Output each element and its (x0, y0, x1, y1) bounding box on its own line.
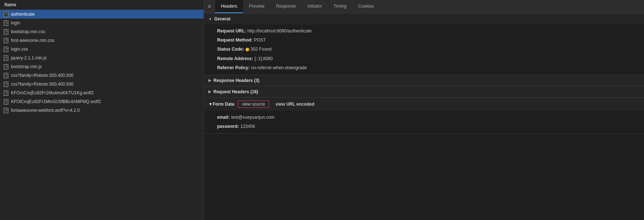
file-item[interactable]: KFOmCnqEu92Fr1Mu4mxKKTU1Kg.woff2 (0, 89, 204, 97)
general-field-value: 302 Found (246, 46, 271, 53)
file-item[interactable]: login.css (0, 45, 204, 54)
general-section-content: Request URL:http://localhost:8080/authen… (204, 24, 644, 75)
response-headers-section-header[interactable]: ▶ Response Headers (3) (204, 75, 644, 86)
devtools-container: Name authenticateloginbootstrap.min.cssf… (0, 0, 644, 220)
file-item[interactable]: css?family=Roboto:300,400,500 (0, 80, 204, 89)
general-field-row: Remote Address:[::1]:8080 (213, 54, 644, 63)
file-doc-icon (3, 72, 9, 78)
form-data-field-row: password:123456 (213, 122, 644, 131)
form-data-field-label: password: (217, 123, 239, 130)
view-url-encoded-button[interactable]: view URL encoded (272, 101, 318, 107)
file-item[interactable]: font-awesome.min.css (0, 36, 204, 45)
form-data-title: Form Data (213, 102, 234, 107)
form-data-content: email:test@xueyuanjun.compassword:123456 (204, 111, 644, 133)
file-item-label: KFOlCnqEu92Fr1MmSU5fBBc4AMP6lQ.woff2 (11, 99, 101, 104)
request-headers-section: ▶ Request Headers (18) (204, 86, 644, 98)
general-field-value: POST (254, 37, 266, 44)
file-item-label: css?family=Roboto:300,400,500 (11, 73, 74, 78)
response-headers-arrow-icon: ▶ (208, 78, 211, 82)
general-field-row: Status Code:302 Found (213, 45, 644, 54)
file-item[interactable]: jquery-2.1.1.min.js (0, 54, 204, 62)
file-item[interactable]: css?family=Roboto:300,400,500 (0, 71, 204, 80)
general-field-label: Status Code: (217, 46, 244, 53)
file-doc-icon (3, 81, 9, 87)
general-section-header[interactable]: ▼ General (204, 13, 644, 24)
file-doc-icon (3, 55, 9, 61)
general-field-value: [::1]:8080 (255, 55, 273, 62)
general-field-label: Remote Address: (217, 55, 253, 62)
general-section: ▼ General Request URL:http://localhost:8… (204, 13, 644, 75)
file-item-label: font-awesome.min.css (11, 38, 54, 43)
left-panel: Name authenticateloginbootstrap.min.cssf… (0, 0, 204, 220)
general-field-label: Request Method: (217, 37, 252, 44)
file-item-label: fontawesome-webfont.woff?v=4.2.0 (11, 108, 80, 113)
form-data-actions: view source view URL encoded (238, 101, 318, 108)
file-item-label: bootstrap.min.css (11, 29, 45, 34)
file-item-label: login.css (11, 47, 28, 52)
form-data-field-label: email: (217, 114, 230, 121)
form-data-field-value: test@xueyuanjun.com (231, 114, 275, 121)
file-list: authenticateloginbootstrap.min.cssfont-a… (0, 10, 204, 220)
general-field-value: http://localhost:8080/authenticate (247, 28, 311, 35)
general-field-row: Referrer Policy:no-referrer-when-downgra… (213, 63, 644, 72)
name-header: Name (0, 0, 204, 10)
request-headers-arrow-icon: ▶ (208, 90, 211, 94)
general-field-label: Referrer Policy: (217, 64, 250, 71)
file-doc-icon (3, 64, 9, 70)
file-doc-icon (3, 46, 9, 52)
general-field-label: Request URL: (217, 28, 246, 35)
request-headers-section-header[interactable]: ▶ Request Headers (18) (204, 86, 644, 97)
file-item[interactable]: login (0, 19, 204, 27)
form-data-section: ▼ Form Data view source view URL encoded… (204, 98, 644, 134)
file-doc-icon (3, 11, 9, 17)
tab-initiator[interactable]: Initiator (302, 0, 327, 13)
general-field-value: no-referrer-when-downgrade (251, 64, 307, 71)
tab-cookies[interactable]: Cookies (352, 0, 380, 13)
file-doc-icon (3, 29, 9, 35)
form-data-field-value: 123456 (240, 123, 255, 130)
request-headers-title: Request Headers (18) (213, 89, 258, 94)
status-dot-icon (246, 48, 249, 51)
tab-timing[interactable]: Timing (327, 0, 352, 13)
right-panel: ✕ HeadersPreviewResponseInitiatorTimingC… (204, 0, 644, 220)
file-doc-icon (3, 20, 9, 26)
file-item[interactable]: fontawesome-webfont.woff?v=4.2.0 (0, 106, 204, 115)
file-item-label: authenticate (11, 12, 35, 17)
form-data-header: ▼ Form Data view source view URL encoded (204, 98, 644, 111)
view-source-button[interactable]: view source (238, 101, 269, 108)
tab-response[interactable]: Response (270, 0, 302, 13)
content-area: ▼ General Request URL:http://localhost:8… (204, 13, 644, 220)
file-doc-icon (3, 38, 9, 43)
file-item-label: KFOmCnqEu92Fr1Mu4mxKKTU1Kg.woff2 (11, 90, 94, 95)
general-arrow-icon: ▼ (208, 17, 212, 21)
file-item[interactable]: KFOlCnqEu92Fr1MmSU5fBBc4AMP6lQ.woff2 (0, 97, 204, 106)
general-field-row: Request Method:POST (213, 36, 644, 45)
file-item[interactable]: bootstrap.min.js (0, 62, 204, 71)
file-item[interactable]: authenticate (0, 10, 204, 19)
file-doc-icon (3, 99, 9, 105)
form-data-arrow-icon: ▼ (208, 102, 213, 107)
response-headers-section: ▶ Response Headers (3) (204, 75, 644, 86)
general-title: General (214, 16, 231, 21)
tab-preview[interactable]: Preview (243, 0, 270, 13)
file-doc-icon (3, 90, 9, 96)
general-field-row: Request URL:http://localhost:8080/authen… (213, 27, 644, 36)
tab-bar: ✕ HeadersPreviewResponseInitiatorTimingC… (204, 0, 644, 13)
file-item-label: bootstrap.min.js (11, 64, 42, 69)
tab-headers[interactable]: Headers (215, 0, 243, 13)
file-item-label: login (11, 20, 20, 25)
file-item[interactable]: bootstrap.min.css (0, 27, 204, 36)
file-item-label: jquery-2.1.1.min.js (11, 55, 47, 60)
file-item-label: css?family=Roboto:300,400,500 (11, 82, 74, 87)
file-doc-icon (3, 107, 9, 113)
response-headers-title: Response Headers (3) (213, 78, 259, 83)
form-data-field-row: email:test@xueyuanjun.com (213, 113, 644, 122)
close-panel-button[interactable]: ✕ (204, 0, 215, 13)
